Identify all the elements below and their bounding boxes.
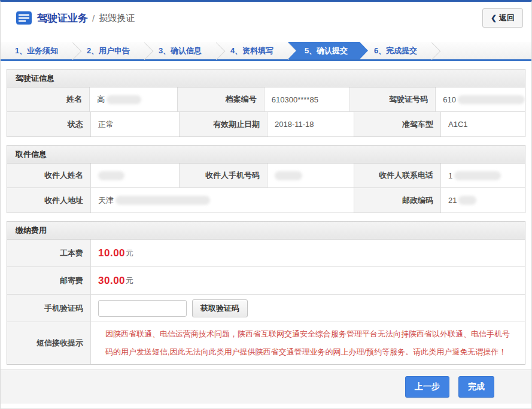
table-row: 手机验证码 获取验证码 (7, 295, 525, 322)
postage-fee-amount: 30.00 (98, 275, 125, 287)
postal-code-label: 邮政编码 (354, 188, 441, 213)
production-fee-value: 10.00 元 (91, 240, 525, 266)
pickup-info-section: 取件信息 收件人姓名 收件人手机号码 收件人联系电话 1 收件人地址 天津 邮政… (7, 145, 525, 213)
steps-filler (431, 42, 531, 59)
redacted-blur (458, 95, 525, 104)
postal-code-value: 21 (441, 188, 525, 213)
license-info-section: 驾驶证信息 姓名 高 档案编号 610300****85 驾驶证号码 610 状… (7, 69, 525, 137)
recipient-name-label: 收件人姓名 (7, 163, 91, 187)
name-value-text: 高 (97, 94, 105, 105)
vehicle-class-value: A1C1 (441, 112, 525, 137)
page-title: 驾驶证业务 (37, 11, 88, 25)
license-no-value-text: 610 (443, 95, 456, 104)
license-no-value: 610 (436, 87, 525, 111)
recipient-address-value: 天津 (91, 188, 354, 213)
step-label: 4、资料填写 (230, 46, 273, 56)
page-header: 驾驶证业务 / 损毁换证 ❮ 返回 (1, 2, 531, 34)
redacted-blur (275, 171, 302, 180)
status-label: 状态 (7, 112, 91, 137)
redacted-blur (98, 171, 124, 180)
recipient-name-value (91, 163, 180, 187)
step-label: 3、确认信息 (159, 46, 202, 56)
section-title-license: 驾驶证信息 (7, 69, 525, 87)
table-row: 工本费 10.00 元 (7, 240, 525, 267)
previous-step-button[interactable]: 上一步 (405, 376, 449, 398)
recipient-phone-label: 收件人联系电话 (354, 163, 441, 187)
section-title-pickup: 取件信息 (7, 146, 525, 163)
get-sms-code-button[interactable]: 获取验证码 (192, 299, 248, 317)
redacted-blur (115, 196, 210, 205)
table-row: 邮寄费 30.00 元 (7, 267, 525, 295)
postage-fee-label: 邮寄费 (7, 267, 91, 294)
step-label: 5、确认提交 (300, 46, 348, 56)
finish-button[interactable]: 完成 (458, 376, 494, 398)
redacted-blur (107, 95, 141, 104)
breadcrumb-separator: / (92, 13, 95, 23)
fees-section: 缴纳费用 工本费 10.00 元 邮寄费 30.00 元 手机验证码 获取验证码… (7, 221, 525, 365)
recipient-mobile-value (267, 163, 354, 187)
sms-notice-cell: 因陕西省联通、电信运营商技术问题，陕西省互联网交通安全综合服务管理平台无法向持陕… (91, 322, 525, 364)
vehicle-class-label: 准驾车型 (354, 112, 441, 137)
step-label: 2、用户申告 (87, 46, 130, 56)
recipient-mobile-label: 收件人手机号码 (180, 163, 267, 187)
sms-notice-label: 短信接收提示 (7, 322, 91, 364)
sms-code-input[interactable] (98, 300, 187, 317)
sms-notice-text: 因陕西省联通、电信运营商技术问题，陕西省互联网交通安全综合服务管理平台无法向持陕… (98, 322, 525, 364)
step-5-confirm-submit-active: 5、确认提交 (288, 42, 360, 59)
redacted-blur (454, 171, 501, 180)
valid-until-value: 2018-11-18 (267, 112, 354, 137)
section-title-fees: 缴纳费用 (7, 222, 525, 240)
table-row: 收件人地址 天津 邮政编码 21 (7, 188, 525, 213)
back-button[interactable]: ❮ 返回 (482, 8, 523, 28)
license-service-page: 驾驶证业务 / 损毁换证 ❮ 返回 1、业务须知 2、用户申告 3、确认信息 4… (0, 0, 532, 409)
recipient-address-label: 收件人地址 (7, 188, 91, 213)
table-row: 状态 正常 有效期止日期 2018-11-18 准驾车型 A1C1 (7, 112, 525, 137)
redacted-blur (458, 196, 476, 205)
step-3-confirm-info: 3、确认信息 (144, 42, 216, 59)
status-value: 正常 (91, 112, 180, 137)
chevron-left-icon: ❮ (491, 14, 497, 22)
table-row: 姓名 高 档案编号 610300****85 驾驶证号码 610 (7, 87, 525, 112)
step-6-complete-submit: 6、完成提交 (360, 42, 431, 59)
file-no-value: 610300****85 (265, 87, 350, 111)
name-value: 高 (90, 87, 177, 111)
sms-code-label: 手机验证码 (7, 295, 91, 322)
recipient-phone-value: 1 (441, 163, 525, 187)
recipient-phone-value-text: 1 (448, 171, 452, 180)
breadcrumb-current: 损毁换证 (99, 13, 135, 24)
file-no-label: 档案编号 (178, 87, 265, 111)
step-label: 1、业务须知 (15, 46, 58, 56)
footer-actions: 上一步 完成 (1, 369, 531, 404)
postal-code-value-text: 21 (448, 196, 457, 205)
postage-fee-value: 30.00 元 (91, 267, 525, 294)
name-label: 姓名 (7, 87, 90, 111)
step-2-user-declaration: 2、用户申告 (72, 42, 144, 59)
step-4-fill-data: 4、资料填写 (216, 42, 288, 59)
license-card-icon (16, 11, 32, 25)
production-fee-unit: 元 (126, 248, 133, 259)
production-fee-amount: 10.00 (98, 247, 125, 259)
step-label: 6、完成提交 (374, 46, 417, 56)
recipient-address-value-text: 天津 (98, 195, 114, 206)
table-row: 短信接收提示 因陕西省联通、电信运营商技术问题，陕西省互联网交通安全综合服务管理… (7, 322, 525, 364)
wizard-steps: 1、业务须知 2、用户申告 3、确认信息 4、资料填写 5、确认提交 6、完成提… (1, 42, 531, 61)
production-fee-label: 工本费 (7, 240, 91, 266)
back-button-label: 返回 (499, 13, 515, 23)
valid-until-label: 有效期止日期 (180, 112, 267, 137)
table-row: 收件人姓名 收件人手机号码 收件人联系电话 1 (7, 163, 525, 188)
sms-code-cell: 获取验证码 (91, 295, 525, 322)
license-no-label: 驾驶证号码 (350, 87, 436, 111)
step-1-business-notes: 1、业务须知 (1, 42, 72, 59)
postage-fee-unit: 元 (126, 275, 133, 286)
